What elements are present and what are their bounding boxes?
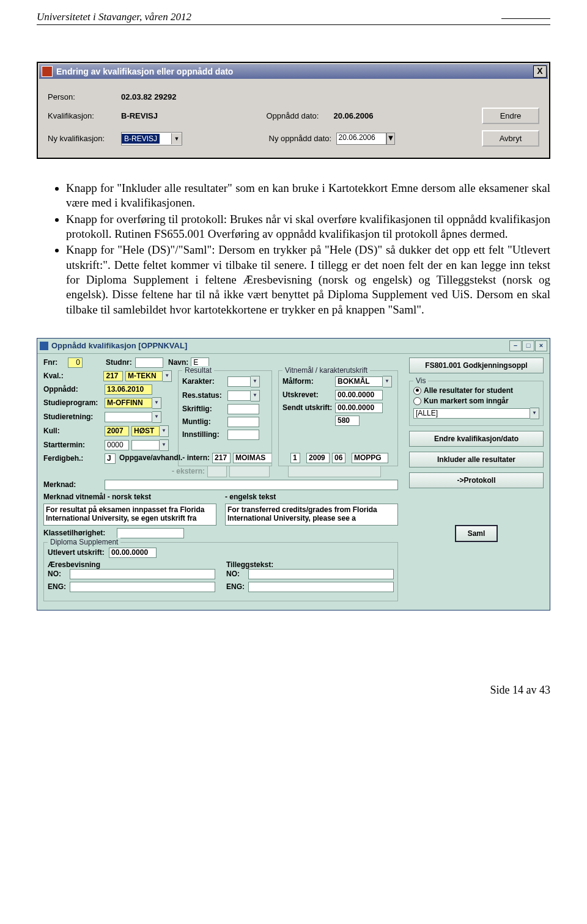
utlevert-input[interactable]: 00.00.0000 [109, 548, 157, 558]
resultat-legend: Resultat [182, 366, 214, 375]
nykval-combo[interactable]: B-REVISJ ▼ [121, 132, 182, 145]
app-icon [42, 66, 53, 77]
chevron-down-icon[interactable]: ▼ [251, 376, 260, 387]
page-header: Universitetet i Stavanger, våren 2012 [37, 0, 550, 25]
starttermin-input[interactable]: 0000 [105, 440, 129, 450]
studieprogram-label: Studieprogram: [43, 398, 105, 407]
eng-label: ENG: [48, 582, 70, 591]
merknad-label: Merknad: [43, 480, 105, 489]
diploma-group: Diploma Supplement Utlevert utskrift:00.… [43, 542, 398, 601]
endre-kval-button[interactable]: Endre kvalifikasjon/dato [409, 431, 544, 447]
endre-button[interactable]: Endre [482, 108, 539, 124]
dialog-endring: Endring av kvalifikasjon eller oppnådd d… [37, 62, 550, 159]
titlebar: Endring av kvalifikasjon eller oppnådd d… [39, 64, 548, 79]
karakter-input[interactable] [227, 376, 251, 387]
bullet-1: Knapp for "Inkluder alle resultater" som… [66, 181, 550, 211]
bullet-2: Knapp for overføring til protokoll: Bruk… [66, 212, 550, 242]
malform-label: Målform: [282, 377, 335, 386]
ekstern-label: - ekstern: [172, 467, 205, 475]
chevron-down-icon[interactable]: ▼ [251, 390, 260, 402]
saml-button[interactable]: Saml [455, 525, 498, 542]
kval-input-1[interactable]: 217 [103, 371, 123, 381]
merknad-engelsk-textarea[interactable]: For transferred credits/grades from Flor… [225, 504, 398, 526]
radio-kun[interactable]: Kun markert som inngår [413, 397, 539, 405]
oppdato-value: 20.06.2006 [333, 111, 373, 120]
utskrevet-input[interactable]: 00.00.0000 [335, 390, 383, 400]
fnr-label: Fnr: [43, 358, 68, 367]
num-input[interactable]: 580 [335, 416, 360, 426]
studnr-input[interactable] [135, 358, 163, 368]
studieprogram-input[interactable]: M-OFFINN [105, 398, 152, 408]
protokoll-button[interactable]: ->Protokoll [409, 472, 544, 488]
utlevert-label: Utlevert utskrift: [48, 548, 109, 557]
kval-value: B-REVISJ [121, 111, 158, 120]
ferdigbeh-input[interactable]: J [105, 453, 116, 464]
chevron-down-icon[interactable]: ▼ [530, 408, 539, 419]
studnr-label: Studnr: [106, 358, 135, 367]
minimize-button[interactable]: – [509, 340, 522, 351]
starttermin-label: Starttermin: [43, 441, 105, 449]
kull-input-1[interactable]: 2007 [105, 426, 129, 436]
aeres-label: Æresbevisning [48, 560, 215, 569]
oppnadd-input[interactable]: 13.06.2010 [105, 384, 152, 395]
starttermin-input-2[interactable] [131, 440, 160, 450]
chevron-down-icon[interactable]: ▼ [160, 439, 169, 451]
alle-input[interactable]: [ALLE] [413, 408, 530, 419]
tillegg-eng-input[interactable] [248, 582, 394, 592]
aeres-eng-input[interactable] [70, 582, 215, 592]
vitnemal-legend: Vitnemål / karakterutskrift [282, 366, 370, 375]
kull-input-2[interactable]: HØST [131, 426, 160, 436]
merknad-engelsk-label: - engelsk tekst [225, 493, 398, 501]
page-footer: Side 14 av 43 [37, 684, 550, 700]
nyoppdato-label: Ny oppnådd dato: [269, 134, 336, 143]
no-label-2: NO: [226, 570, 248, 578]
chevron-down-icon[interactable]: ▼ [163, 370, 172, 382]
skriftlig-input[interactable] [227, 404, 259, 414]
nyoppdato-input[interactable]: 20.06.2006 [336, 133, 386, 145]
studieretning-input[interactable] [105, 412, 152, 422]
nykval-label: Ny kvalifikasjon: [48, 134, 121, 143]
resstatus-input[interactable] [227, 391, 251, 401]
fnr-input[interactable]: 0 [68, 358, 83, 368]
person-value: 02.03.82 29292 [121, 92, 176, 101]
chevron-down-icon[interactable]: ▼ [386, 133, 396, 145]
utskrevet-label: Utskrevet: [282, 391, 335, 399]
merknad-input[interactable] [105, 480, 398, 490]
merknad-norsk-label: Merknad vitnemål - norsk tekst [43, 493, 216, 501]
ekstern-input-1 [207, 466, 227, 477]
vis-group: Vis Alle resultater for student Kun mark… [409, 381, 544, 427]
chevron-down-icon[interactable]: ▼ [383, 376, 392, 387]
kval-label: Kval.: [43, 372, 103, 380]
vitnemal-group: Vitnemål / karakterutskrift Målform:BOKM… [278, 370, 398, 466]
avbryt-button[interactable]: Avbryt [482, 130, 539, 147]
chevron-down-icon: ▼ [171, 133, 182, 144]
innstilling-label: Innstilling: [182, 430, 227, 439]
chevron-down-icon[interactable]: ▼ [152, 397, 161, 409]
innstilling-input[interactable] [227, 430, 259, 440]
close-button[interactable]: X [533, 65, 547, 78]
merknad-norsk-textarea[interactable]: For resultat på eksamen innpasset fra Fl… [43, 504, 216, 526]
chevron-down-icon[interactable]: ▼ [160, 425, 169, 437]
maximize-button[interactable]: □ [522, 340, 534, 351]
sendtutskrift-label: Sendt utskrift: [282, 403, 335, 412]
bullet-3: Knapp for "Hele (DS)"/"Saml": Dersom en … [66, 243, 550, 317]
tillegg-no-input[interactable] [248, 569, 394, 579]
aeres-no-input[interactable] [70, 569, 215, 579]
header-line [501, 11, 550, 19]
kval-label: Kvalifikasjon: [48, 111, 121, 120]
kval-input-2[interactable]: M-TEKN [125, 371, 163, 381]
klasse-input[interactable] [117, 528, 184, 538]
vis-legend: Vis [413, 376, 428, 385]
malform-input[interactable]: BOKMÅL [335, 376, 383, 387]
close-button[interactable]: × [535, 340, 547, 351]
chevron-down-icon[interactable]: ▼ [152, 411, 161, 423]
sendtutskrift-input[interactable]: 00.00.0000 [335, 403, 383, 413]
dialog-oppnkval: Oppnådd kvalifikasjon [OPPNKVAL] – □ × F… [37, 338, 550, 610]
body-text: Knapp for "Inkluder alle resultater" som… [37, 181, 550, 317]
fs801-button[interactable]: FS801.001 Godkjenningsoppl [409, 358, 544, 373]
inkluder-button[interactable]: Inkluder alle resultater [409, 452, 544, 468]
app-icon [40, 342, 48, 350]
muntlig-input[interactable] [227, 417, 259, 427]
ekstern-input-2 [229, 466, 270, 477]
radio-alle[interactable]: Alle resultater for student [413, 386, 539, 395]
